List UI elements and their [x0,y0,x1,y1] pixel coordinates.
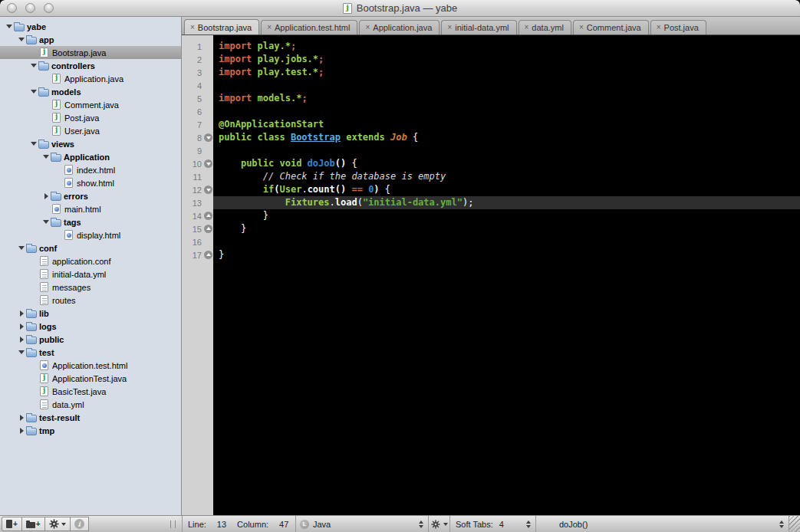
code-line-13[interactable]: Fixtures.load("initial-data.yml"); [213,196,800,209]
tab-close-icon[interactable]: × [365,24,370,31]
tab-Bootstrap.java[interactable]: ×Bootstrap.java [184,19,259,34]
code-line-17[interactable]: } [213,248,800,261]
tree-item-messages[interactable]: messages [0,281,181,294]
tree-item-application.conf[interactable]: application.conf [0,255,181,268]
code-line-1[interactable]: import play.*; [213,40,800,53]
code-line-9[interactable] [213,144,800,157]
disclosure-triangle-icon[interactable] [17,323,26,330]
code-line-5[interactable]: import models.*; [213,92,800,105]
tree-item-index.html[interactable]: index.html [0,163,181,176]
tab-close-icon[interactable]: × [657,24,661,31]
code-line-3[interactable]: import play.test.*; [213,66,800,79]
disclosure-triangle-icon[interactable] [29,90,38,94]
tree-item-lib[interactable]: lib [0,307,181,320]
tree-item-Comment.java[interactable]: Comment.java [0,98,181,111]
zoom-window-icon[interactable] [44,3,54,13]
fold-up-icon[interactable] [204,251,212,259]
disclosure-triangle-icon[interactable] [17,38,26,41]
tab-Application.java[interactable]: ×Application.java [359,20,440,34]
tab-data.yml[interactable]: ×data.yml [519,20,571,34]
tree-item-BasicTest.java[interactable]: BasicTest.java [0,385,181,398]
tab-close-icon[interactable]: × [190,24,195,31]
code-line-15[interactable]: } [213,222,800,235]
code-editor[interactable]: 1234567891011121314151617 import play.*;… [182,35,800,515]
soft-tabs-control[interactable]: Soft Tabs: 4 [449,516,535,532]
close-window-icon[interactable] [7,3,17,13]
tree-item-tags[interactable]: tags [0,215,181,228]
tree-item-app[interactable]: app [0,33,181,46]
fold-up-icon[interactable] [204,212,212,220]
disclosure-triangle-icon[interactable] [17,337,26,343]
disclosure-triangle-icon[interactable] [41,155,51,159]
tree-item-Bootstrap.java[interactable]: Bootstrap.java [0,46,181,59]
tree-item-controllers[interactable]: controllers [0,59,181,72]
disclosure-triangle-icon[interactable] [17,246,26,250]
code-line-2[interactable]: import play.jobs.*; [213,53,800,66]
title-bar[interactable]: Bootstrap.java — yabe [0,0,800,17]
code-pane[interactable]: import play.*;import play.jobs.*;import … [213,35,800,515]
tree-item-test-result[interactable]: test-result [0,411,181,424]
code-line-6[interactable] [213,105,800,118]
tree-item-conf[interactable]: conf [0,241,181,255]
fold-down-icon[interactable] [204,186,212,194]
actions-button[interactable] [45,517,71,531]
code-line-4[interactable] [213,79,800,92]
tree-item-main.html[interactable]: main.html [0,202,181,215]
tree-item-tmp[interactable]: tmp [0,424,181,437]
info-button[interactable]: i [71,517,89,531]
new-file-button[interactable]: + [2,517,22,531]
fold-down-icon[interactable] [204,133,212,142]
tree-item-routes[interactable]: routes [0,294,181,307]
tab-close-icon[interactable]: × [267,24,272,31]
tree-item-display.html[interactable]: display.html [0,228,181,241]
fold-up-icon[interactable] [204,225,212,233]
language-popup[interactable]: L Java [295,516,428,532]
bundle-actions-popup[interactable] [428,516,449,532]
new-folder-button[interactable]: + [22,517,45,531]
tab-close-icon[interactable]: × [447,24,452,31]
tab-Comment.java[interactable]: ×Comment.java [573,20,649,34]
window-resize-grip[interactable] [788,516,800,532]
tree-item-test[interactable]: test [0,346,181,359]
tree-item-Application.test.html[interactable]: Application.test.html [0,359,181,372]
symbol-popup[interactable]: doJob() [535,516,788,532]
disclosure-triangle-icon[interactable] [17,428,26,434]
tab-close-icon[interactable]: × [525,24,529,31]
tree-item-Post.java[interactable]: Post.java [0,111,181,124]
disclosure-triangle-icon[interactable] [41,193,51,199]
tree-item-yabe[interactable]: yabe [0,20,181,33]
code-line-7[interactable]: @OnApplicationStart [213,118,800,131]
tree-item-views[interactable]: views [0,137,181,150]
code-line-11[interactable]: // Check if the database is empty [213,170,800,183]
disclosure-triangle-icon[interactable] [5,25,14,28]
code-line-16[interactable] [213,235,800,248]
code-line-10[interactable]: public void doJob() { [213,157,800,170]
tab-close-icon[interactable]: × [579,24,584,31]
tree-item-errors[interactable]: errors [0,189,181,202]
minimize-window-icon[interactable] [25,3,35,13]
tab-initial-data.yml[interactable]: ×initial-data.yml [441,20,516,34]
disclosure-triangle-icon[interactable] [41,220,51,224]
code-line-14[interactable]: } [213,209,800,222]
disclosure-triangle-icon[interactable] [29,142,38,146]
tree-item-Application[interactable]: Application [0,150,181,163]
code-line-12[interactable]: if(User.count() == 0) { [213,183,800,196]
tree-item-show.html[interactable]: show.html [0,176,181,189]
tree-item-public[interactable]: public [0,333,181,346]
tree-item-initial-data.yml[interactable]: initial-data.yml [0,268,181,281]
fold-down-icon[interactable] [204,159,212,168]
disclosure-triangle-icon[interactable] [29,64,38,67]
tab-Application.test.html[interactable]: ×Application.test.html [261,20,357,34]
disclosure-triangle-icon[interactable] [17,350,26,354]
tree-item-logs[interactable]: logs [0,320,181,333]
tree-item-data.yml[interactable]: data.yml [0,398,181,411]
tab-Post.java[interactable]: ×Post.java [650,20,706,34]
code-line-8[interactable]: public class Bootstrap extends Job { [213,131,800,144]
tree-item-Application.java[interactable]: Application.java [0,72,181,85]
tree-item-ApplicationTest.java[interactable]: ApplicationTest.java [0,372,181,385]
disclosure-triangle-icon[interactable] [17,415,26,421]
pane-splitter-handle[interactable] [170,521,176,528]
disclosure-triangle-icon[interactable] [17,310,26,317]
tree-item-User.java[interactable]: User.java [0,124,181,137]
tree-item-models[interactable]: models [0,85,181,98]
